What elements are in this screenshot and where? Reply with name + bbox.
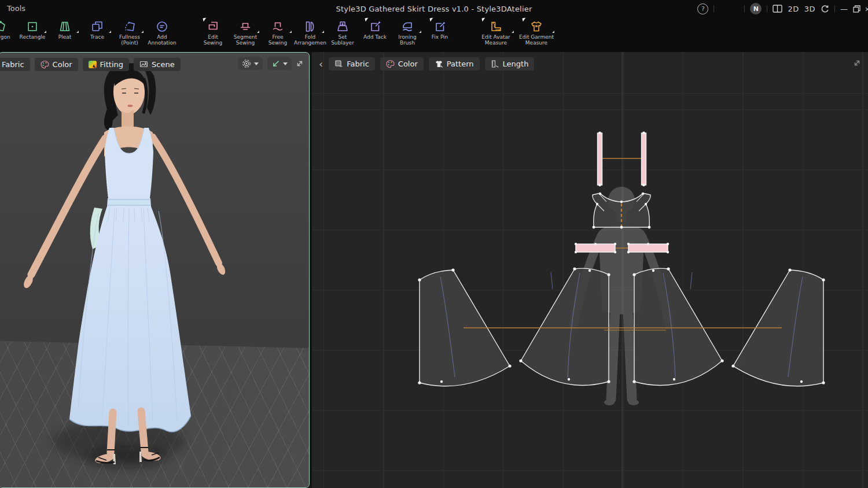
separator bbox=[713, 5, 714, 12]
tool-ironing-brush[interactable]: IroningBrush bbox=[391, 19, 424, 46]
tool-free-sewing[interactable]: FreeSewing bbox=[262, 19, 294, 46]
window-title: Style3D Gathered Skirt Dress v1.0 - Styl… bbox=[336, 5, 532, 13]
pattern-shirt-icon bbox=[435, 60, 443, 68]
fullness-point-icon bbox=[123, 19, 137, 34]
ironing-brush-icon bbox=[400, 19, 414, 34]
skirt-panel-3[interactable] bbox=[634, 268, 722, 385]
split-view-icon[interactable] bbox=[773, 5, 782, 13]
tool-edit-avatar-measure[interactable]: Edit AvatarMeasure bbox=[476, 19, 516, 46]
viewport-3d[interactable]: Fabric Color Fitting Scene bbox=[0, 52, 310, 488]
viewport3d-controls bbox=[238, 57, 292, 70]
chevron-down-icon bbox=[254, 62, 259, 65]
titlebar: Tools Style3D Gathered Skirt Dress v1.0 … bbox=[0, 0, 868, 17]
separator bbox=[744, 5, 745, 12]
collapse-panel-icon[interactable]: ‹ bbox=[319, 60, 323, 68]
edit-sewing-icon bbox=[206, 19, 220, 34]
cursor-icon bbox=[481, 17, 486, 21]
tool-polygon[interactable]: Polygon bbox=[0, 19, 16, 40]
color-icon bbox=[386, 60, 395, 68]
tool-trace[interactable]: Trace bbox=[81, 19, 113, 40]
free-sewing-icon bbox=[271, 19, 285, 34]
tool-fullness-point[interactable]: Fullness(Point) bbox=[113, 19, 146, 46]
tool-edit-sewing[interactable]: EditSewing bbox=[197, 19, 229, 46]
mode-2d-button[interactable]: 2D bbox=[788, 5, 799, 13]
add-annotation-icon bbox=[155, 19, 169, 34]
avatar-left-arm bbox=[31, 138, 105, 275]
expand-2d-icon[interactable] bbox=[853, 59, 861, 67]
color-icon bbox=[41, 60, 49, 69]
restore-button[interactable] bbox=[853, 5, 860, 13]
tool-add-tack[interactable]: Add Tack bbox=[359, 19, 391, 40]
avatar-dress-skirt bbox=[69, 206, 191, 432]
render-style-icon bbox=[242, 59, 251, 68]
account-badge[interactable]: N bbox=[750, 3, 762, 14]
mode-3d-button[interactable]: 3D bbox=[804, 5, 815, 13]
help-icon[interactable]: ? bbox=[697, 3, 708, 14]
tool-rectangle[interactable]: Rectangle bbox=[16, 19, 49, 40]
fabric-icon bbox=[334, 60, 343, 68]
expand-3d-icon[interactable] bbox=[296, 60, 304, 68]
close-button[interactable]: × bbox=[866, 5, 868, 13]
style3d-atelier-window: Tools Style3D Gathered Skirt Dress v1.0 … bbox=[0, 0, 868, 488]
trace-icon bbox=[90, 19, 104, 34]
guide-lines bbox=[464, 328, 782, 330]
tab-scene[interactable]: Scene bbox=[134, 58, 181, 71]
tool-set-sublayer[interactable]: SetSublayer bbox=[326, 19, 359, 46]
fitting-icon bbox=[89, 61, 97, 68]
chevron-down-icon bbox=[283, 62, 288, 65]
minimize-button[interactable]: — bbox=[840, 5, 848, 13]
tab-fabric-3d[interactable]: Fabric bbox=[0, 58, 30, 71]
tab-color-3d[interactable]: Color bbox=[35, 58, 78, 71]
length-ruler-icon bbox=[491, 60, 499, 68]
render-style-button[interactable] bbox=[238, 57, 263, 70]
scene-icon bbox=[139, 60, 148, 69]
titlebar-controls: ? N 2D 3D — × bbox=[697, 0, 868, 17]
pleat-icon bbox=[58, 19, 72, 34]
tool-fix-pin[interactable]: Fix Pin bbox=[424, 19, 456, 40]
set-sublayer-icon bbox=[336, 19, 350, 34]
tools-toolbar: Polygon Rectangle Pleat Trace Fullness(P bbox=[0, 17, 868, 52]
separator bbox=[834, 5, 835, 12]
arrow-diagonal-icon bbox=[271, 60, 280, 68]
main-workspace: Fabric Color Fitting Scene bbox=[0, 52, 868, 488]
rectangle-icon bbox=[26, 19, 39, 34]
add-tack-icon bbox=[368, 19, 382, 34]
cursor-icon bbox=[522, 17, 526, 21]
pattern-2d-canvas[interactable] bbox=[312, 52, 868, 488]
viewport3d-tabs: Fabric Color Fitting Scene bbox=[0, 58, 181, 71]
tools-menu-label: Tools bbox=[7, 4, 25, 13]
edit-avatar-measure-icon bbox=[489, 19, 503, 34]
separator bbox=[767, 5, 767, 12]
segment-sewing-icon bbox=[238, 19, 252, 34]
tool-fold-arrangement[interactable]: FoldArrangement bbox=[294, 19, 326, 46]
skirt-panel-2[interactable] bbox=[521, 268, 609, 385]
reset-view-icon[interactable] bbox=[821, 5, 829, 13]
tool-add-annotation[interactable]: AddAnnotation bbox=[146, 19, 178, 46]
fix-pin-icon bbox=[433, 19, 447, 34]
tool-pleat[interactable]: Pleat bbox=[49, 19, 81, 40]
edit-garment-measure-icon bbox=[529, 19, 543, 34]
tab-color-2d[interactable]: Color bbox=[380, 57, 424, 71]
polygon-icon bbox=[0, 19, 7, 34]
fold-arrangement-icon bbox=[303, 19, 317, 34]
tab-fitting[interactable]: Fitting bbox=[83, 58, 129, 71]
viewport2d-tabs: ‹ Fabric Color Patte bbox=[319, 57, 534, 71]
viewport-2d[interactable]: ‹ Fabric Color Patte bbox=[312, 52, 868, 488]
tool-segment-sewing[interactable]: SegmentSewing bbox=[229, 19, 262, 46]
tab-pattern[interactable]: Pattern bbox=[429, 57, 480, 71]
tab-length[interactable]: Length bbox=[485, 57, 535, 71]
normal-display-button[interactable] bbox=[267, 57, 292, 70]
tool-edit-garment-measure[interactable]: Edit GarmentMeasure bbox=[516, 19, 557, 46]
avatar-3d[interactable] bbox=[0, 53, 309, 487]
tab-fabric-2d[interactable]: Fabric bbox=[329, 57, 375, 71]
